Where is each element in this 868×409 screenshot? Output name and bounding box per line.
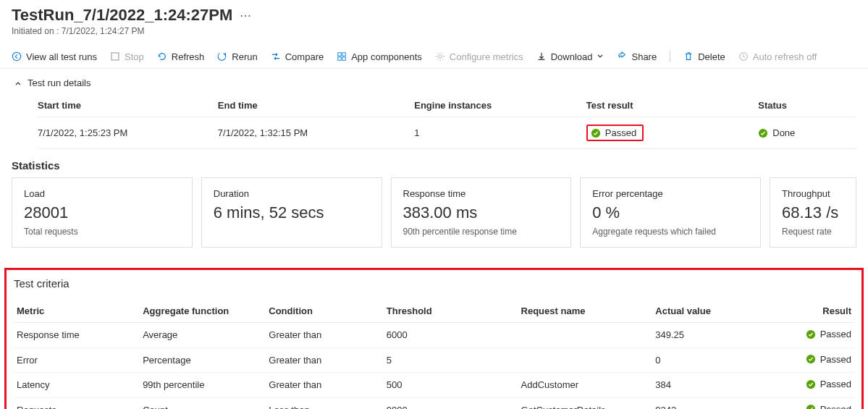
check-icon (806, 354, 816, 364)
download-icon (536, 51, 547, 62)
check-icon (591, 128, 601, 138)
svg-point-7 (439, 55, 442, 58)
col-actual: Actual value (652, 300, 770, 323)
test-criteria-section: Test criteria Metric Aggregate function … (4, 268, 864, 409)
test-result-badge: Passed (586, 125, 644, 141)
compare-icon (271, 51, 281, 62)
card-sub: 90th percentile response time (403, 227, 560, 237)
compare-button[interactable]: Compare (271, 51, 324, 62)
card-sub: Total requests (24, 227, 180, 237)
result-badge: Passed (806, 329, 851, 340)
gear-icon (435, 51, 445, 62)
card-sub: Aggregate requests which failed (592, 227, 749, 237)
app-components-icon (337, 51, 347, 62)
check-icon (806, 404, 816, 409)
card-value: 0 % (592, 203, 749, 222)
col-test-result: Test result (586, 94, 759, 117)
card-value: 28001 (24, 203, 180, 222)
auto-refresh-button: Auto refresh off (738, 51, 817, 62)
app-components-button[interactable]: App components (337, 51, 422, 62)
table-row: RequestsCountLess than9000GetCustomerDet… (14, 397, 854, 409)
clock-icon (738, 51, 749, 62)
trash-icon (683, 51, 694, 62)
stat-card: Load 28001 Total requests (12, 177, 193, 248)
test-criteria-heading: Test criteria (14, 277, 854, 290)
col-start-time: Start time (38, 94, 218, 117)
subtitle: Initiated on : 7/1/2022, 1:24:27 PM (12, 26, 856, 36)
share-button[interactable]: Share (617, 51, 657, 62)
card-label: Response time (403, 188, 560, 199)
chevron-down-icon (597, 53, 604, 60)
stop-button: Stop (110, 51, 144, 62)
col-status: Status (758, 94, 856, 117)
col-request: Request name (518, 300, 653, 323)
table-row: Response timeAverageGreater than6000349.… (14, 323, 854, 348)
col-condition: Condition (266, 300, 384, 323)
page-title: TestRun_7/1/2022_1:24:27PM (12, 6, 232, 25)
check-icon (806, 329, 816, 340)
back-arrow-icon (12, 51, 22, 62)
statistics-heading: Statistics (0, 149, 868, 177)
more-actions-button[interactable]: ⋯ (240, 9, 251, 22)
test-run-details-table: Start time End time Engine instances Tes… (0, 94, 868, 149)
col-result: Result (770, 300, 854, 323)
status-badge: Done (758, 127, 856, 138)
table-row: ErrorPercentageGreater than50Passed (14, 347, 854, 373)
card-value: 383.00 ms (403, 203, 560, 222)
svg-rect-4 (342, 53, 345, 56)
svg-rect-3 (338, 53, 341, 56)
stat-card: Throughput 68.13 /s Request rate (770, 177, 856, 248)
download-button[interactable]: Download (536, 51, 604, 62)
card-value: 68.13 /s (782, 203, 844, 222)
stop-icon (110, 51, 120, 62)
svg-rect-6 (342, 57, 345, 60)
col-metric: Metric (14, 300, 140, 323)
stat-card: Duration 6 mins, 52 secs (201, 177, 382, 248)
test-criteria-table: Metric Aggregate function Condition Thre… (14, 300, 854, 409)
card-label: Error percentage (592, 188, 749, 199)
rerun-icon (217, 51, 227, 62)
chevron-up-icon (14, 80, 22, 87)
configure-metrics-button: Configure metrics (435, 51, 523, 62)
card-label: Load (24, 188, 180, 199)
command-bar: View all test runs Stop Refresh Rerun Co… (0, 45, 868, 69)
result-badge: Passed (806, 379, 851, 389)
svg-rect-2 (111, 53, 119, 60)
card-label: Throughput (782, 188, 844, 199)
check-icon (758, 128, 768, 138)
col-end-time: End time (218, 94, 414, 117)
view-all-test-runs-button[interactable]: View all test runs (12, 51, 97, 62)
refresh-icon (157, 51, 167, 62)
table-row: Latency99th percentileGreater than500Add… (14, 373, 854, 398)
refresh-button[interactable]: Refresh (157, 51, 205, 62)
col-engine-instances: Engine instances (414, 94, 586, 117)
col-threshold: Threshold (384, 300, 518, 323)
svg-rect-5 (338, 57, 341, 60)
card-sub: Request rate (782, 227, 844, 237)
card-value: 6 mins, 52 secs (214, 203, 370, 222)
result-badge: Passed (806, 354, 851, 365)
col-aggregate: Aggregate function (140, 300, 266, 323)
table-row: 7/1/2022, 1:25:23 PM 7/1/2022, 1:32:15 P… (38, 117, 856, 149)
stat-card: Response time 383.00 ms 90th percentile … (391, 177, 572, 248)
check-icon (806, 379, 816, 389)
rerun-button[interactable]: Rerun (217, 51, 257, 62)
test-run-details-toggle[interactable]: Test run details (0, 69, 868, 94)
stat-card: Error percentage 0 % Aggregate requests … (580, 177, 761, 248)
share-icon (617, 51, 627, 62)
svg-point-1 (12, 52, 20, 60)
delete-button[interactable]: Delete (683, 51, 725, 62)
statistics-cards: Load 28001 Total requestsDuration 6 mins… (0, 177, 868, 248)
card-label: Duration (214, 188, 370, 199)
result-badge: Passed (806, 404, 851, 410)
